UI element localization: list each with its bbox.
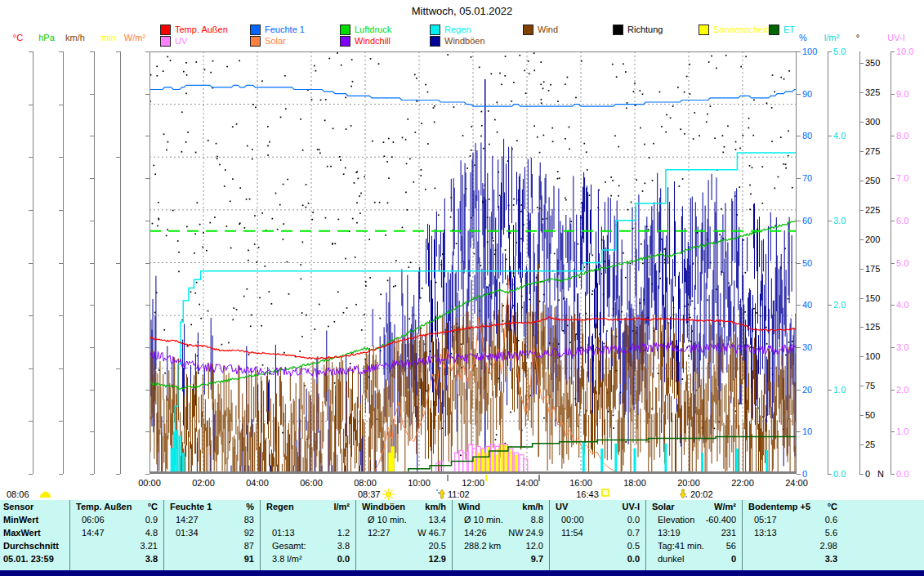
cell-value: 231 xyxy=(721,526,736,539)
tick-label-deg: 225 xyxy=(865,205,880,215)
legend-item-wind: Wind xyxy=(523,25,558,34)
cell-time: Ø 10 min. xyxy=(362,513,407,526)
cell-time xyxy=(458,552,464,565)
row-label: Durchschnitt xyxy=(3,539,59,552)
column-name: Wind xyxy=(458,500,480,513)
cell-time: 06:06 xyxy=(76,513,105,526)
legend-color-swatch xyxy=(430,25,440,35)
table-row-labels: SensorMinWertMaxWertDurchschnitt05.01. 2… xyxy=(3,500,69,570)
legend-label: Wind xyxy=(538,25,558,34)
column-name: Windböen xyxy=(362,500,405,513)
column-unit: W/m² xyxy=(714,500,736,513)
sun-moon-time-label: 16:43 xyxy=(569,489,599,499)
sunset-sun-icon xyxy=(601,489,609,497)
cell-time xyxy=(556,539,561,552)
legend-label: UV xyxy=(175,36,187,46)
column-unit: km/h xyxy=(522,500,543,513)
legend-label: Richtung xyxy=(627,25,663,34)
cell-time: Tag:41 min. xyxy=(652,539,704,552)
cell-time xyxy=(556,552,561,565)
tick-label-pct: 40 xyxy=(802,300,812,310)
cell-time: 12:27 xyxy=(362,526,391,539)
event-tick xyxy=(485,475,487,481)
bottom-left-time-label: 08:06 xyxy=(7,489,29,499)
cell-value: 56 xyxy=(726,539,736,552)
tick-label-pct: 20 xyxy=(802,385,812,395)
x-tick-label: 00:00 xyxy=(133,478,166,488)
cell-value: 0.6 xyxy=(825,513,837,526)
tick-label-uvi: 9.0 xyxy=(896,89,908,99)
legend-item-solar: Solar xyxy=(250,36,286,46)
cell-value: NW 24.9 xyxy=(508,526,543,539)
x-tick-label: 08:00 xyxy=(349,478,382,488)
axis-unit-min: min xyxy=(101,33,116,42)
sun-moon-time-label: 20:02 xyxy=(690,489,713,499)
cell-value: 3.8 xyxy=(145,552,158,565)
column-unit: % xyxy=(246,500,254,513)
tick-label-deg: 175 xyxy=(865,264,880,274)
axis-unit-pct: % xyxy=(799,33,807,42)
cell-time xyxy=(170,539,176,552)
moon-icon xyxy=(39,490,51,498)
cell-time xyxy=(170,552,176,565)
row-label: Sensor xyxy=(3,500,33,513)
axis-unit-temp: °C xyxy=(13,33,23,42)
sun-moon-time-label: 08:37 xyxy=(350,489,380,499)
table-column-solar: SolarW/m²Elevation-60.40013:19231Tag:41 … xyxy=(645,500,742,570)
tick-label-deg: 125 xyxy=(865,322,880,332)
legend-label: Windböen xyxy=(444,36,485,46)
axis-rail xyxy=(63,51,64,474)
x-tick-label: 04:00 xyxy=(241,478,274,488)
sunrise-sun-icon xyxy=(382,489,395,500)
stats-table: SensorMinWertMaxWertDurchschnitt05.01. 2… xyxy=(0,500,924,570)
tick-label-uvi: 2.0 xyxy=(896,385,908,395)
cell-value: 3.21 xyxy=(141,539,158,552)
column-name: Bodentemp +5 xyxy=(748,500,810,513)
column-unit: km/h xyxy=(425,500,446,513)
axis-rail xyxy=(859,51,860,474)
cell-time: 14:27 xyxy=(170,513,199,526)
cell-time: 13:19 xyxy=(652,526,681,539)
cell-value: 1.2 xyxy=(337,526,350,539)
cell-value: 0.0 xyxy=(627,513,640,526)
row-label: 05.01. 23:59 xyxy=(3,552,54,565)
tick-label-deg: 350 xyxy=(865,58,880,68)
table-column-windb-en: Windböenkm/hØ 10 min.13.412:27W 46.720.5… xyxy=(355,500,452,570)
legend-item-uv: UV xyxy=(160,36,187,46)
cell-value: 87 xyxy=(244,539,254,552)
legend-item-richtung: Richtung xyxy=(613,25,663,34)
table-column-regen: Regenl/m²01:131.2Gesamt:3.83.8 l/m²0.0 xyxy=(260,500,355,570)
table-column-feuchte-1: Feuchte 1%14:278301:34928791 xyxy=(163,500,260,570)
tick-label-uvi: 3.0 xyxy=(896,342,908,352)
axis-unit-deg: ° xyxy=(856,33,859,42)
legend-item-windb-en: Windböen xyxy=(430,36,485,46)
tick-label-deg: 100 xyxy=(865,351,880,361)
moonset-arrow-icon xyxy=(678,489,688,499)
legend-color-swatch xyxy=(613,25,623,35)
legend-item-feuchte-1: Feuchte 1 xyxy=(250,25,305,34)
legend-color-swatch xyxy=(340,25,350,35)
cell-value: 8.8 xyxy=(531,513,543,526)
cell-value: 92 xyxy=(244,526,254,539)
tick-label-uvi: 0.0 xyxy=(896,469,908,479)
tick-label-lm2: 3.0 xyxy=(833,216,846,225)
cell-value: 0 xyxy=(731,552,736,565)
legend-color-swatch xyxy=(160,36,171,47)
legend-color-swatch xyxy=(769,25,779,35)
cell-time xyxy=(362,539,368,552)
cell-time xyxy=(748,539,754,552)
cell-value: 91 xyxy=(244,552,254,565)
cell-time: 11:54 xyxy=(556,526,583,539)
legend-color-swatch xyxy=(430,36,440,47)
tick-label-deg: 250 xyxy=(865,176,880,185)
tick-label-lm2: 1.0 xyxy=(833,385,846,395)
tick-label-lm2: 4.0 xyxy=(833,131,846,141)
column-unit: °C xyxy=(148,500,158,513)
cell-time xyxy=(266,513,272,526)
cell-value: 0.9 xyxy=(145,513,158,526)
x-tick-label: 24:00 xyxy=(780,478,813,488)
page-title: Mittwoch, 05.01.2022 xyxy=(0,5,924,17)
x-tick-label: 02:00 xyxy=(187,478,220,488)
column-name: Regen xyxy=(266,500,294,513)
cell-value: 3.3 xyxy=(825,552,837,565)
